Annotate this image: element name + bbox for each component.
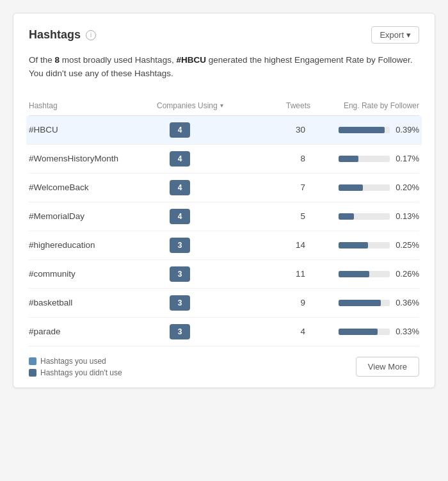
legend: Hashtags you used Hashtags you didn't us…: [29, 357, 122, 377]
badge-cell: 3: [157, 324, 259, 339]
eng-cell: 0.26%: [310, 269, 419, 279]
card-header: Hashtags i Export ▾: [29, 26, 419, 44]
hashtag-name: #MemorialDay: [29, 211, 157, 221]
tweets-count: 7: [259, 183, 310, 192]
companies-badge: 3: [170, 238, 190, 253]
badge-cell: 3: [157, 238, 259, 253]
legend-used-icon: [29, 357, 36, 365]
bar-track: [339, 242, 390, 249]
title-row: Hashtags i: [29, 28, 96, 42]
hashtag-name: #WelcomeBack: [29, 183, 157, 192]
col-tweets: Tweets: [259, 101, 310, 110]
info-icon[interactable]: i: [86, 30, 96, 40]
table-row: #community 3 11 0.26%: [29, 260, 419, 289]
eng-pct: 0.13%: [395, 211, 419, 221]
eng-cell: 0.13%: [310, 211, 419, 221]
tweets-count: 14: [259, 240, 310, 250]
companies-badge: 3: [170, 295, 190, 311]
legend-used-label: Hashtags you used: [40, 357, 106, 366]
col-hashtag: Hashtag: [29, 101, 157, 110]
bar-fill: [339, 300, 381, 306]
eng-pct: 0.39%: [395, 125, 419, 135]
companies-badge: 4: [170, 180, 190, 195]
eng-pct: 0.25%: [395, 240, 419, 250]
companies-badge: 4: [170, 122, 190, 138]
legend-used: Hashtags you used: [29, 357, 122, 366]
bar-track: [339, 127, 390, 133]
card-title: Hashtags: [29, 28, 81, 42]
companies-badge: 4: [170, 151, 190, 167]
table-body: #HBCU 4 30 0.39% #WomensHistoryMonth 4 8: [29, 116, 419, 346]
eng-pct: 0.33%: [395, 327, 419, 336]
eng-pct: 0.20%: [395, 183, 419, 192]
eng-pct: 0.36%: [395, 298, 419, 307]
bar-track: [339, 213, 390, 220]
eng-pct: 0.17%: [395, 154, 419, 163]
bar-track: [339, 184, 390, 191]
tweets-count: 8: [259, 154, 310, 163]
badge-cell: 3: [157, 295, 259, 311]
bar-track: [339, 271, 390, 277]
badge-cell: 4: [157, 180, 259, 195]
tweets-count: 11: [259, 269, 310, 279]
summary-text: Of the 8 most broadly used Hashtags, #HB…: [29, 54, 419, 81]
table-row: #parade 3 4 0.33%: [29, 318, 419, 346]
bar-fill: [339, 127, 385, 133]
view-more-button[interactable]: View More: [356, 357, 419, 377]
hashtag-name: #community: [29, 269, 157, 279]
sort-arrow-icon: ▾: [220, 102, 223, 109]
table-header: Hashtag Companies Using ▾ Tweets Eng. Ra…: [29, 96, 419, 116]
export-arrow-icon: ▾: [406, 30, 411, 40]
bar-fill: [339, 184, 363, 191]
legend-not-used: Hashtags you didn't use: [29, 368, 122, 377]
col-companies[interactable]: Companies Using ▾: [157, 101, 259, 110]
bar-fill: [339, 271, 369, 277]
eng-cell: 0.36%: [310, 298, 419, 307]
bar-fill: [339, 329, 378, 335]
bar-fill: [339, 156, 358, 162]
eng-cell: 0.25%: [310, 240, 419, 250]
companies-badge: 3: [170, 324, 190, 339]
hashtags-table: Hashtag Companies Using ▾ Tweets Eng. Ra…: [29, 96, 419, 346]
hashtags-card: Hashtags i Export ▾ Of the 8 most broadl…: [13, 13, 435, 388]
table-row: #WomensHistoryMonth 4 8 0.17%: [29, 145, 419, 174]
summary-prefix: Of the: [29, 55, 55, 65]
badge-cell: 4: [157, 122, 259, 138]
table-row: #HBCU 4 30 0.39%: [26, 116, 422, 145]
export-label: Export: [380, 30, 404, 40]
table-row: #WelcomeBack 4 7 0.20%: [29, 174, 419, 202]
export-button[interactable]: Export ▾: [371, 26, 419, 44]
eng-cell: 0.39%: [310, 125, 419, 135]
bar-fill: [339, 213, 354, 220]
bar-track: [339, 329, 390, 335]
table-row: #basketball 3 9 0.36%: [29, 289, 419, 318]
col-eng: Eng. Rate by Follower: [310, 101, 419, 110]
badge-cell: 4: [157, 151, 259, 167]
legend-not-used-label: Hashtags you didn't use: [40, 368, 122, 377]
legend-not-used-icon: [29, 369, 36, 377]
bar-track: [339, 156, 390, 162]
bar-track: [339, 300, 390, 306]
companies-badge: 4: [170, 209, 190, 224]
summary-highlight: #HBCU: [176, 55, 206, 65]
tweets-count: 30: [259, 125, 310, 135]
hashtag-name: #HBCU: [29, 125, 157, 135]
eng-cell: 0.33%: [310, 327, 419, 336]
companies-badge: 3: [170, 266, 190, 282]
badge-cell: 3: [157, 266, 259, 282]
eng-cell: 0.17%: [310, 154, 419, 163]
hashtag-name: #WomensHistoryMonth: [29, 154, 157, 163]
table-row: #MemorialDay 4 5 0.13%: [29, 202, 419, 231]
hashtag-name: #basketball: [29, 298, 157, 307]
summary-middle: most broadly used Hashtags,: [60, 55, 176, 65]
badge-cell: 4: [157, 209, 259, 224]
hashtag-name: #parade: [29, 327, 157, 336]
footer: Hashtags you used Hashtags you didn't us…: [29, 357, 419, 377]
summary-count: 8: [55, 55, 60, 65]
eng-pct: 0.26%: [395, 269, 419, 279]
tweets-count: 4: [259, 327, 310, 336]
hashtag-name: #highereducation: [29, 240, 157, 250]
tweets-count: 9: [259, 298, 310, 307]
bar-fill: [339, 242, 368, 249]
eng-cell: 0.20%: [310, 183, 419, 192]
